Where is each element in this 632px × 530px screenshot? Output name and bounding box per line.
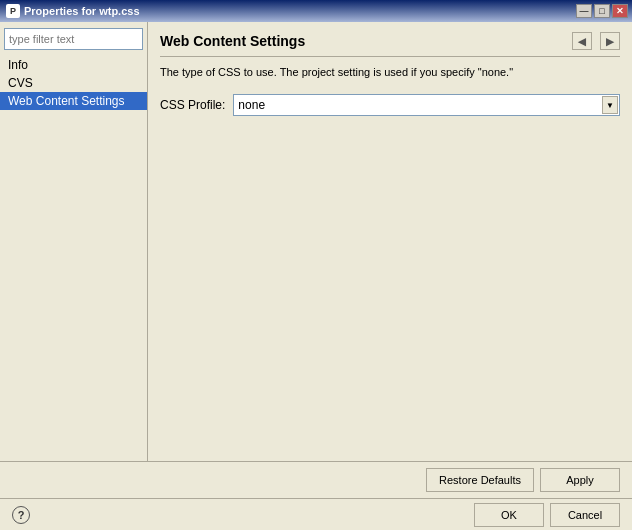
footer-buttons: OK Cancel — [474, 503, 620, 527]
sidebar-item-web-content-settings[interactable]: Web Content Settings — [0, 92, 147, 110]
css-profile-label: CSS Profile: — [160, 98, 225, 112]
nav-separator — [594, 32, 598, 50]
window-controls: — □ ✕ — [576, 4, 628, 18]
css-profile-row: CSS Profile: none CSS1 CSS2 CSS2.1 CSS3 … — [160, 94, 620, 116]
apply-button[interactable]: Apply — [540, 468, 620, 492]
nav-buttons: ◀ ▶ — [572, 32, 620, 50]
sidebar-item-cvs[interactable]: CVS — [0, 74, 147, 92]
maximize-button[interactable]: □ — [594, 4, 610, 18]
title-bar: P Properties for wtp.css — □ ✕ — [0, 0, 632, 22]
help-button[interactable]: ? — [12, 506, 30, 524]
close-button[interactable]: ✕ — [612, 4, 628, 18]
action-bar: Restore Defaults Apply — [0, 461, 632, 498]
title-bar-left: P Properties for wtp.css — [6, 4, 140, 18]
description-text: The type of CSS to use. The project sett… — [160, 65, 620, 80]
left-panel: Info CVS Web Content Settings — [0, 22, 148, 461]
restore-defaults-button[interactable]: Restore Defaults — [426, 468, 534, 492]
cancel-button[interactable]: Cancel — [550, 503, 620, 527]
filter-input[interactable] — [4, 28, 143, 50]
window-icon: P — [6, 4, 20, 18]
right-panel: Web Content Settings ◀ ▶ The type of CSS… — [148, 22, 632, 461]
minimize-button[interactable]: — — [576, 4, 592, 18]
dialog-body: Info CVS Web Content Settings Web Conten… — [0, 22, 632, 530]
footer-bar: ? OK Cancel — [0, 498, 632, 530]
nav-back-icon: ◀ — [578, 36, 586, 47]
css-profile-select[interactable]: none CSS1 CSS2 CSS2.1 CSS3 — [233, 94, 620, 116]
nav-forward-icon: ▶ — [606, 36, 614, 47]
css-profile-select-wrapper: none CSS1 CSS2 CSS2.1 CSS3 ▼ — [233, 94, 620, 116]
nav-back-button[interactable]: ◀ — [572, 32, 592, 50]
footer-left: ? — [12, 506, 30, 524]
sidebar-item-info[interactable]: Info — [0, 56, 147, 74]
panel-title: Web Content Settings ◀ ▶ — [160, 32, 620, 57]
window-title: Properties for wtp.css — [24, 5, 140, 17]
content-area: Info CVS Web Content Settings Web Conten… — [0, 22, 632, 461]
panel-title-text: Web Content Settings — [160, 33, 305, 49]
ok-button[interactable]: OK — [474, 503, 544, 527]
nav-forward-button[interactable]: ▶ — [600, 32, 620, 50]
